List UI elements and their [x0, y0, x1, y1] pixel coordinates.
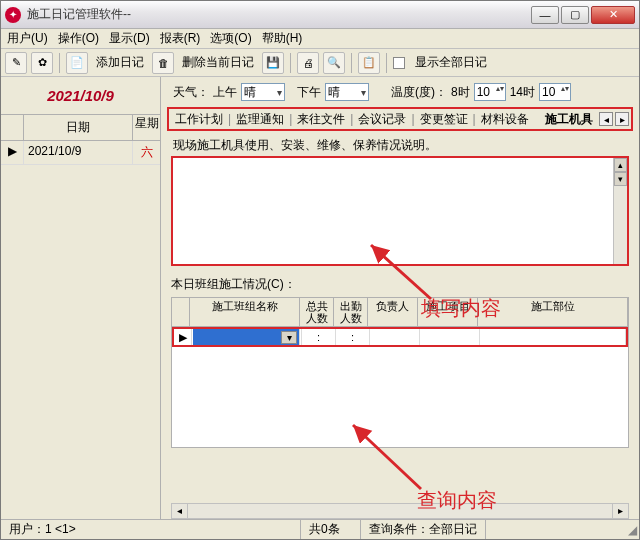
- scroll-track[interactable]: [188, 504, 612, 518]
- menu-display[interactable]: 显示(D): [109, 30, 150, 47]
- toolbar-icon-1[interactable]: ✎: [5, 52, 27, 74]
- team-table-header: 施工班组名称 总共 人数 出勤 人数 负责人 施工项目 施工部位: [172, 298, 628, 327]
- t2-label: 14时: [510, 84, 535, 101]
- team-row[interactable]: ▶ : :: [172, 327, 628, 347]
- leader-cell[interactable]: [370, 329, 420, 345]
- toolbar: ✎ ✿ 📄 添加日记 🗑 删除当前日记 💾 🖨 🔍 📋 显示全部日记: [1, 49, 639, 77]
- date-row[interactable]: ▶ 2021/10/9 六: [1, 141, 160, 165]
- minimize-button[interactable]: —: [531, 6, 559, 24]
- team-label: 本日班组施工情况(C)：: [171, 276, 629, 293]
- t2-spinner[interactable]: 10: [539, 83, 571, 101]
- team-table-body: [172, 347, 628, 447]
- team-name-combo[interactable]: [193, 329, 300, 345]
- col-team-name: 施工班组名称: [190, 298, 300, 326]
- toolbar-icon-2[interactable]: ✿: [31, 52, 53, 74]
- scroll-up-icon[interactable]: ▴: [614, 158, 627, 172]
- menubar: 用户(U) 操作(O) 显示(D) 报表(R) 选项(O) 帮助(H): [1, 29, 639, 49]
- tab-scroll: ◂ ▸: [599, 112, 629, 126]
- scroll-down-icon[interactable]: ▾: [614, 172, 627, 186]
- tab-scroll-left[interactable]: ◂: [599, 112, 613, 126]
- tab-machine[interactable]: 施工机具: [541, 111, 597, 128]
- maximize-button[interactable]: ▢: [561, 6, 589, 24]
- add-diary-icon[interactable]: 📄: [66, 52, 88, 74]
- part-cell[interactable]: [480, 329, 626, 345]
- copy-icon[interactable]: 📋: [358, 52, 380, 74]
- h-scrollbar[interactable]: ◂ ▸: [171, 503, 629, 519]
- weather-label: 天气：: [173, 84, 209, 101]
- separator: [351, 53, 352, 73]
- menu-report[interactable]: 报表(R): [160, 30, 201, 47]
- menu-option[interactable]: 选项(O): [210, 30, 251, 47]
- note-textarea-frame: ▴ ▾: [171, 156, 629, 266]
- menu-user[interactable]: 用户(U): [7, 30, 48, 47]
- project-cell[interactable]: [420, 329, 480, 345]
- preview-icon[interactable]: 🔍: [323, 52, 345, 74]
- row-marker: ▶: [1, 141, 23, 164]
- row-marker: ▶: [174, 329, 192, 345]
- window-title: 施工日记管理软件--: [27, 6, 531, 23]
- separator: [290, 53, 291, 73]
- row-date: 2021/10/9: [23, 141, 132, 164]
- show-all-label[interactable]: 显示全部日记: [411, 54, 491, 71]
- status-count: 共0条: [301, 520, 361, 539]
- delete-diary-button[interactable]: 删除当前日记: [178, 54, 258, 71]
- print-icon[interactable]: 🖨: [297, 52, 319, 74]
- col-leader: 负责人: [368, 298, 418, 326]
- col-date: 日期: [23, 115, 132, 140]
- right-panel: 天气： 上午 晴 下午 晴 温度(度)： 8时 10 14时 10 工作计划| …: [161, 77, 639, 519]
- col-project: 施工项目: [418, 298, 478, 326]
- pm-label: 下午: [297, 84, 321, 101]
- t1-spinner[interactable]: 10: [474, 83, 506, 101]
- tab-meeting[interactable]: 会议记录: [354, 111, 410, 128]
- note-label: 现场施工机具使用、安装、维修、保养情况说明。: [171, 135, 629, 156]
- tabs-row: 工作计划| 监理通知| 来往文件| 会议记录| 变更签证| 材料设备 施工机具 …: [167, 107, 633, 131]
- row-wd: 六: [132, 141, 160, 164]
- team-name-cell[interactable]: [192, 329, 302, 345]
- tab-supervise[interactable]: 监理通知: [232, 111, 288, 128]
- show-all-checkbox[interactable]: [393, 57, 405, 69]
- delete-diary-icon[interactable]: 🗑: [152, 52, 174, 74]
- resize-grip[interactable]: ◢: [623, 523, 639, 537]
- col-weekday: 星期: [132, 115, 160, 140]
- status-filter: 查询条件：全部日记: [361, 520, 486, 539]
- tab-scroll-right[interactable]: ▸: [615, 112, 629, 126]
- window-controls: — ▢ ✕: [531, 6, 635, 24]
- statusbar: 用户：1 <1> 共0条 查询条件：全部日记 ◢: [1, 519, 639, 539]
- titlebar: ✦ 施工日记管理软件-- — ▢ ✕: [1, 1, 639, 29]
- col-attend: 出勤 人数: [334, 298, 368, 326]
- close-button[interactable]: ✕: [591, 6, 635, 24]
- status-user: 用户：1 <1>: [1, 520, 301, 539]
- am-label: 上午: [213, 84, 237, 101]
- date-grid-header: 日期 星期: [1, 115, 160, 141]
- team-table: 施工班组名称 总共 人数 出勤 人数 负责人 施工项目 施工部位 ▶ : :: [171, 297, 629, 448]
- tab-change[interactable]: 变更签证: [416, 111, 472, 128]
- menu-operate[interactable]: 操作(O): [58, 30, 99, 47]
- note-scrollbar[interactable]: ▴ ▾: [613, 158, 627, 264]
- col-total: 总共 人数: [300, 298, 334, 326]
- scroll-left-icon[interactable]: ◂: [172, 504, 188, 518]
- attend-cell[interactable]: :: [336, 329, 370, 345]
- note-area: 现场施工机具使用、安装、维修、保养情况说明。 ▴ ▾: [171, 135, 629, 266]
- note-textarea[interactable]: [177, 162, 609, 260]
- col-part: 施工部位: [478, 298, 628, 326]
- left-panel: 2021/10/9 日期 星期 ▶ 2021/10/9 六: [1, 77, 161, 519]
- scroll-right-icon[interactable]: ▸: [612, 504, 628, 518]
- separator: [59, 53, 60, 73]
- menu-help[interactable]: 帮助(H): [262, 30, 303, 47]
- pm-weather-select[interactable]: 晴: [325, 83, 369, 101]
- main-area: 2021/10/9 日期 星期 ▶ 2021/10/9 六 天气： 上午 晴 下…: [1, 77, 639, 519]
- tab-material[interactable]: 材料设备: [477, 111, 533, 128]
- col-marker: [172, 298, 190, 326]
- t1-label: 8时: [451, 84, 470, 101]
- tab-docs[interactable]: 来往文件: [293, 111, 349, 128]
- total-cell[interactable]: :: [302, 329, 336, 345]
- add-diary-button[interactable]: 添加日记: [92, 54, 148, 71]
- app-icon: ✦: [5, 7, 21, 23]
- temp-label: 温度(度)：: [391, 84, 447, 101]
- separator: [386, 53, 387, 73]
- am-weather-select[interactable]: 晴: [241, 83, 285, 101]
- save-icon[interactable]: 💾: [262, 52, 284, 74]
- app-window: ✦ 施工日记管理软件-- — ▢ ✕ 用户(U) 操作(O) 显示(D) 报表(…: [0, 0, 640, 540]
- weather-row: 天气： 上午 晴 下午 晴 温度(度)： 8时 10 14时 10: [165, 79, 635, 105]
- tab-plan[interactable]: 工作计划: [171, 111, 227, 128]
